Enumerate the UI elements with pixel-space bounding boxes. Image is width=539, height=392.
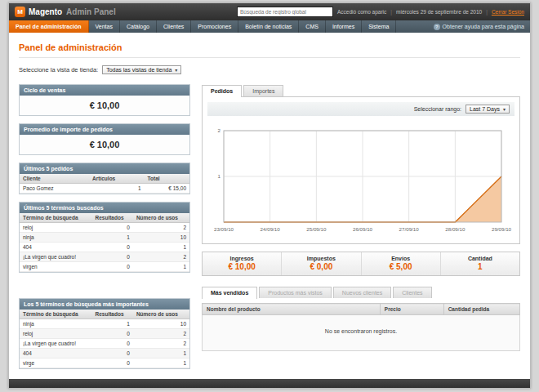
cell: 404 bbox=[20, 243, 92, 252]
nav-item-clientes[interactable]: Clientes bbox=[157, 20, 191, 33]
stat-impuestos-value: € 0,00 bbox=[282, 262, 360, 271]
table-row[interactable]: ¡La virgen que cuadro! 0 2 bbox=[20, 252, 189, 262]
store-view-select[interactable]: Todas las vistas de tienda ▾ bbox=[102, 65, 181, 74]
stat-cantidad: Cantidad 1 bbox=[440, 252, 519, 275]
stat-envios-label: Envíos bbox=[362, 256, 440, 261]
range-label: Seleccionar rango: bbox=[414, 106, 461, 112]
col-header: Resultados bbox=[92, 213, 133, 223]
chevron-down-icon: ▾ bbox=[175, 67, 177, 73]
table-row[interactable]: reloj 0 2 bbox=[20, 223, 189, 233]
panel-average-orders-title: Promedio de importe de pedidos bbox=[20, 124, 189, 135]
col-header: Cantidad pedida bbox=[443, 304, 519, 315]
table-row[interactable]: ninja 1 10 bbox=[20, 319, 189, 329]
lifetime-sales-value: € 10,00 bbox=[20, 96, 189, 115]
tab-productos-mas-vistos[interactable]: Productos más vistos bbox=[259, 287, 332, 298]
header-right-area: Accedió como aparic | miércoles 29 de se… bbox=[237, 7, 524, 17]
nav-item-dashboard[interactable]: Panel de administración bbox=[9, 20, 89, 33]
svg-text:28/09/10: 28/09/10 bbox=[445, 226, 466, 232]
cell: 0 bbox=[92, 262, 133, 272]
svg-text:2: 2 bbox=[218, 127, 221, 133]
cell: Paco Gomez bbox=[20, 184, 89, 194]
dashboard-main: Pedidos Importes Seleccionar rango: Last… bbox=[202, 84, 520, 351]
cell: 1 bbox=[92, 233, 133, 243]
global-search-input[interactable] bbox=[237, 7, 333, 17]
last-orders-table: Cliente Artículos Total Paco Gomez 1 € 1… bbox=[20, 174, 189, 194]
title-divider bbox=[19, 57, 520, 58]
cell: 0 bbox=[92, 252, 133, 262]
products-tabs: Más vendidos Productos más vistos Nuevos… bbox=[202, 286, 520, 298]
nav-item-boletin[interactable]: Boletín de noticias bbox=[238, 20, 299, 33]
nav-item-ventas[interactable]: Ventas bbox=[89, 20, 120, 33]
svg-text:24/09/10: 24/09/10 bbox=[261, 226, 281, 232]
cell: 1 bbox=[133, 359, 189, 368]
cell: 404 bbox=[20, 349, 92, 359]
nav-item-sistema[interactable]: Sistema bbox=[362, 20, 396, 33]
stat-impuestos-label: Impuestos bbox=[282, 256, 360, 261]
nav-item-promociones[interactable]: Promociones bbox=[191, 20, 238, 33]
panel-last-search-title: Últimos 5 términos buscados bbox=[20, 203, 189, 213]
range-value: Last 7 Days bbox=[470, 106, 500, 112]
cell: 1 bbox=[133, 349, 189, 359]
separator: | bbox=[390, 9, 392, 15]
nav-item-cms[interactable]: CMS bbox=[299, 20, 326, 33]
stat-ingresos: Ingresos € 10,00 bbox=[203, 252, 281, 275]
page-title: Panel de administración bbox=[19, 42, 520, 52]
main-nav: Panel de administración Ventas Catálogo … bbox=[9, 20, 530, 33]
brand-area: M Magento Admin Panel bbox=[15, 7, 116, 17]
cell: 2 bbox=[133, 339, 189, 349]
col-header: Total bbox=[145, 174, 189, 184]
panel-lifetime-sales-title: Ciclo de ventas bbox=[20, 85, 189, 96]
table-row[interactable]: 404 0 1 bbox=[20, 243, 189, 252]
cell: 0 bbox=[92, 223, 133, 233]
cell: ¡La virgen que cuadro! bbox=[20, 252, 92, 262]
table-row[interactable]: virgen 0 1 bbox=[20, 262, 189, 272]
cell: 2 bbox=[133, 223, 189, 233]
col-header: Número de usos bbox=[133, 213, 189, 223]
help-label: Obtener ayuda para esta página bbox=[443, 24, 524, 29]
cell: 1 bbox=[89, 184, 145, 194]
store-view-switcher: Seleccione la vista de tienda: Todas las… bbox=[19, 65, 520, 74]
table-row[interactable]: 404 0 1 bbox=[20, 349, 189, 359]
col-header: Término de búsqueda bbox=[20, 213, 92, 223]
top-search-table: Término de búsqueda Resultados Número de… bbox=[20, 310, 189, 368]
help-link[interactable]: ? Obtener ayuda para esta página bbox=[428, 20, 530, 33]
cell: ninja bbox=[20, 319, 92, 329]
panel-lifetime-sales: Ciclo de ventas € 10,00 bbox=[19, 84, 190, 116]
tab-importes[interactable]: Importes bbox=[243, 85, 283, 96]
table-row[interactable]: Paco Gomez 1 € 15,00 bbox=[20, 184, 189, 194]
table-row[interactable]: reloj 0 2 bbox=[20, 329, 189, 339]
tab-mas-vendidos[interactable]: Más vendidos bbox=[202, 287, 257, 299]
tab-clientes[interactable]: Clientes bbox=[393, 287, 431, 298]
tab-nuevos-clientes[interactable]: Nuevos clientes bbox=[333, 287, 391, 298]
last-search-table: Término de búsqueda Resultados Número de… bbox=[20, 213, 189, 272]
cell: 2 bbox=[133, 252, 189, 262]
stat-impuestos: Impuestos € 0,00 bbox=[281, 252, 360, 275]
cell: 2 bbox=[133, 329, 189, 339]
panel-average-orders: Promedio de importe de pedidos € 10,00 bbox=[19, 123, 190, 155]
nav-item-catalogo[interactable]: Catálogo bbox=[120, 20, 157, 33]
cell: reloj bbox=[20, 329, 92, 339]
range-select[interactable]: Last 7 Days ▾ bbox=[466, 105, 510, 114]
footer-bar bbox=[9, 379, 530, 388]
svg-text:29/09/10: 29/09/10 bbox=[492, 226, 512, 232]
chart-tabs: Pedidos Importes bbox=[202, 84, 520, 96]
cell: 0 bbox=[92, 329, 133, 339]
table-row[interactable]: ¡La virgen que cuadro! 0 2 bbox=[20, 339, 189, 349]
panel-top-search-terms: Los 5 términos de búsqueda más important… bbox=[19, 298, 190, 369]
cell: virge bbox=[20, 359, 92, 368]
table-row[interactable]: ninja 1 10 bbox=[20, 233, 189, 243]
svg-text:23/09/10: 23/09/10 bbox=[214, 226, 234, 232]
store-view-value: Todas las vistas de tienda bbox=[106, 67, 172, 73]
help-icon: ? bbox=[434, 24, 440, 30]
empty-records-message: No se encontraron registros. bbox=[202, 315, 520, 351]
nav-item-informes[interactable]: Informes bbox=[326, 20, 362, 33]
cell: 1 bbox=[133, 262, 189, 272]
cell: virgen bbox=[20, 262, 92, 272]
current-date-text: miércoles 29 de septiembre de 2010 bbox=[396, 9, 482, 15]
col-header: Resultados bbox=[92, 310, 133, 319]
cell: 10 bbox=[133, 233, 189, 243]
table-row[interactable]: virge 0 1 bbox=[20, 359, 189, 368]
tab-pedidos[interactable]: Pedidos bbox=[202, 85, 242, 97]
logged-in-text: Accedió como aparic bbox=[337, 9, 386, 15]
logout-link[interactable]: Cerrar Sesión bbox=[492, 9, 524, 15]
